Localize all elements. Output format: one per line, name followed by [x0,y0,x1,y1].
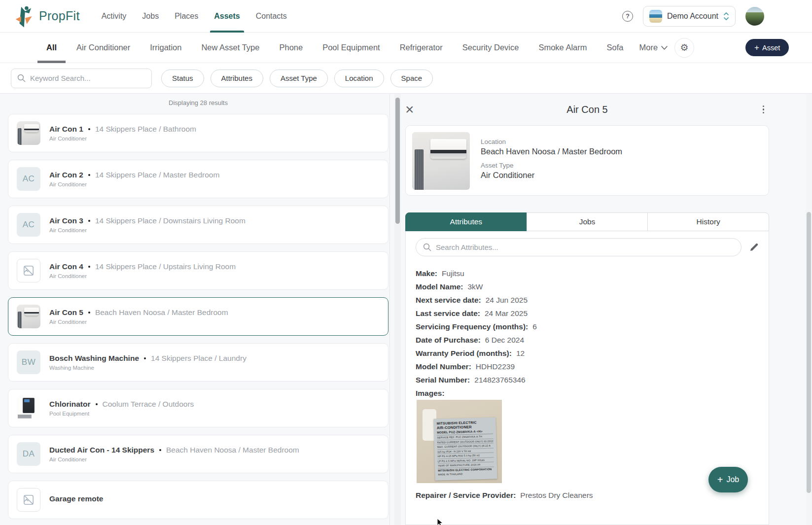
brand-home-link[interactable]: PropFit [15,5,80,28]
asset-name: Air Con 1 [49,125,83,134]
filter-pills: Status Attributes Asset Type Location Sp… [161,70,433,87]
filter-pill[interactable]: Space [390,70,433,87]
attribute-image-thumbnail[interactable]: MITSUBISHI ELECTRIC AIR-CONDITIONER MODE… [417,400,502,483]
account-selector[interactable]: Demo Account [643,6,736,27]
attribute-value: 24 Jun 2025 [486,296,528,305]
edit-pencil-icon[interactable] [749,243,759,252]
asset-type-tab[interactable]: Air Conditioner [68,33,139,63]
asset-name: Air Con 2 [49,171,83,179]
asset-type-tab[interactable]: Security Device [454,33,528,63]
images-row: Images: [416,389,759,398]
nav-item[interactable]: Activity [94,0,135,33]
asset-card[interactable]: Chlorinator Coolum Terrace / Outdoors Po… [8,389,388,427]
more-menu[interactable]: More [633,43,675,52]
asset-card-info: Air Con 5 Beach Haven Noosa / Master Bed… [49,308,228,325]
attribute-label: Warranty Period (months): [416,349,512,358]
detail-tab[interactable]: Jobs [527,212,648,231]
attribute-row: Date of Purchase: 6 Dec 2024 [416,336,759,345]
nav-item[interactable]: Jobs [134,0,167,33]
gear-icon[interactable]: ⚙ [674,38,694,58]
asset-card[interactable]: Garage remote [8,481,388,519]
asset-type-tab-label: New Asset Type [201,43,259,52]
asset-type-tab-label: Phone [279,43,303,52]
topbar-right: ? Demo Account [622,6,764,27]
brand-name: PropFit [39,9,80,23]
spec-label-plate: MITSUBISHI ELECTRIC AIR-CONDITIONER MODE… [434,418,498,481]
separator-dot [88,174,90,176]
close-icon[interactable]: × [405,102,414,117]
asset-card-info: Garage remote [49,494,103,505]
nav-item[interactable]: Assets [206,0,247,33]
keyword-search-input[interactable] [30,74,145,82]
filter-pill-label: Attributes [221,74,252,82]
repairer-label: Repairer / Service Provider: [416,491,516,500]
help-icon[interactable]: ? [622,11,633,22]
location-label: Location [481,138,622,145]
nav-item-label: Jobs [142,12,159,21]
scrollbar-thumb[interactable] [395,98,400,224]
filter-pill-label: Status [172,74,193,82]
filter-pill[interactable]: Attributes [211,70,263,87]
asset-type-tab[interactable]: New Asset Type [192,33,268,63]
asset-type-tab[interactable]: Phone [270,33,312,63]
asset-type: Air Conditioner [49,136,196,141]
filter-pill-label: Location [345,74,373,82]
separator-dot [96,403,98,405]
detail-header: × Air Con 5 [405,94,769,125]
asset-type-tab[interactable]: Smoke Alarm [530,33,596,63]
attribute-value: 214823765346 [474,376,525,385]
nav-item[interactable]: Contacts [248,0,295,33]
asset-type-tab[interactable]: Pool Equipment [314,33,389,63]
asset-name: Air Con 3 [49,216,83,225]
attributes-search [416,238,741,256]
asset-card[interactable]: BW Bosch Washing Machine 14 Skippers Pla… [8,343,388,382]
scrollbar-thumb[interactable] [807,212,811,493]
asset-name: Air Con 4 [49,262,83,271]
filter-pill[interactable]: Status [161,70,204,87]
detail-title: Air Con 5 [405,104,769,115]
detail-tab[interactable]: Attributes [405,212,527,231]
asset-card[interactable]: Air Con 1 14 Skippers Place / Bathroom A… [8,114,388,152]
asset-photo [17,305,40,328]
asset-type-tab[interactable]: Sofa [598,33,633,63]
asset-card[interactable]: Air Con 5 Beach Haven Noosa / Master Bed… [8,297,388,336]
attribute-row: Make: Fujitsu [416,269,759,278]
filter-pill[interactable]: Location [334,70,384,87]
asset-card[interactable]: Air Con 4 14 Skippers Place / Upstairs L… [8,251,388,290]
nav-item[interactable]: Places [167,0,206,33]
asset-type-tab[interactable]: All [37,33,66,63]
attribute-list: Make: Fujitsu Model Name: 3kW Next servi… [416,269,759,385]
asset-card[interactable]: DA Ducted Air Con - 14 Skippers Beach Ha… [8,435,388,473]
window-scrollbar[interactable] [806,94,812,525]
detail-tab[interactable]: History [647,212,769,231]
asset-location: 14 Skippers Place / Downstairs Living Ro… [95,216,246,225]
filter-pill-label: Space [401,74,423,82]
asset-thumbnail [17,121,40,145]
attributes-search-input[interactable] [436,243,734,251]
asset-type-label: Asset Type [481,162,622,169]
user-avatar[interactable] [745,7,764,26]
add-asset-button[interactable]: + Asset [745,39,789,56]
filter-pill[interactable]: Asset Type [270,70,328,87]
asset-card[interactable]: AC Air Con 3 14 Skippers Place / Downsta… [8,206,388,244]
asset-card[interactable]: AC Air Con 2 14 Skippers Place / Master … [8,160,388,198]
asset-type-tab-label: All [46,43,57,52]
attribute-value: 12 [516,349,525,358]
detail-panel-scrollbar[interactable] [394,94,401,525]
detail-tab-label: History [697,217,720,226]
asset-location: 14 Skippers Place / Upstairs Living Room [95,262,236,271]
asset-type-tab[interactable]: Refrigerator [391,33,452,63]
asset-results-list: Displaying 28 results Air Con 1 14 Skipp… [8,94,388,525]
top-navigation-bar: PropFit Activity Jobs Places Assets Cont… [0,0,812,33]
asset-type-tab-label: Air Conditioner [76,43,130,52]
detail-tab-label: Jobs [579,217,596,226]
asset-type-tab[interactable]: Irrigation [141,33,190,63]
asset-photo [412,132,470,190]
separator-dot [159,449,161,451]
asset-type: Washing Machine [49,365,247,371]
attribute-label: Model Name: [416,282,463,291]
attribute-row: Warranty Period (months): 12 [416,349,759,358]
add-job-button[interactable]: + Job [708,467,748,492]
kebab-menu-icon[interactable] [761,104,767,116]
asset-thumbnail [17,259,40,282]
